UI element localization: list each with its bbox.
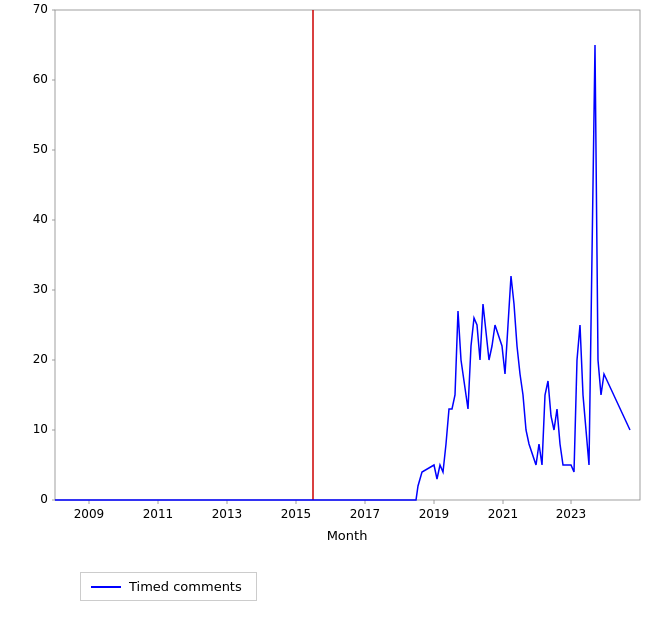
y-tick-30: 30 xyxy=(33,282,48,296)
x-tick-2017: 2017 xyxy=(350,507,381,521)
x-tick-2015: 2015 xyxy=(281,507,312,521)
chart-svg: 0 10 20 30 40 50 60 70 2009 2011 2013 20… xyxy=(0,0,666,621)
x-tick-2011: 2011 xyxy=(143,507,174,521)
x-tick-2021: 2021 xyxy=(488,507,519,521)
y-tick-70: 70 xyxy=(33,2,48,16)
y-tick-40: 40 xyxy=(33,212,48,226)
svg-rect-0 xyxy=(55,10,640,500)
legend-line-icon xyxy=(91,586,121,588)
chart-container: 0 10 20 30 40 50 60 70 2009 2011 2013 20… xyxy=(0,0,666,621)
legend-label: Timed comments xyxy=(129,579,242,594)
x-axis-label: Month xyxy=(327,528,368,543)
y-tick-10: 10 xyxy=(33,422,48,436)
y-tick-50: 50 xyxy=(33,142,48,156)
x-tick-2009: 2009 xyxy=(74,507,105,521)
x-tick-2023: 2023 xyxy=(556,507,587,521)
x-tick-2013: 2013 xyxy=(212,507,243,521)
y-tick-20: 20 xyxy=(33,352,48,366)
x-tick-2019: 2019 xyxy=(419,507,450,521)
chart-legend: Timed comments xyxy=(80,572,257,601)
y-tick-60: 60 xyxy=(33,72,48,86)
y-tick-0: 0 xyxy=(40,492,48,506)
